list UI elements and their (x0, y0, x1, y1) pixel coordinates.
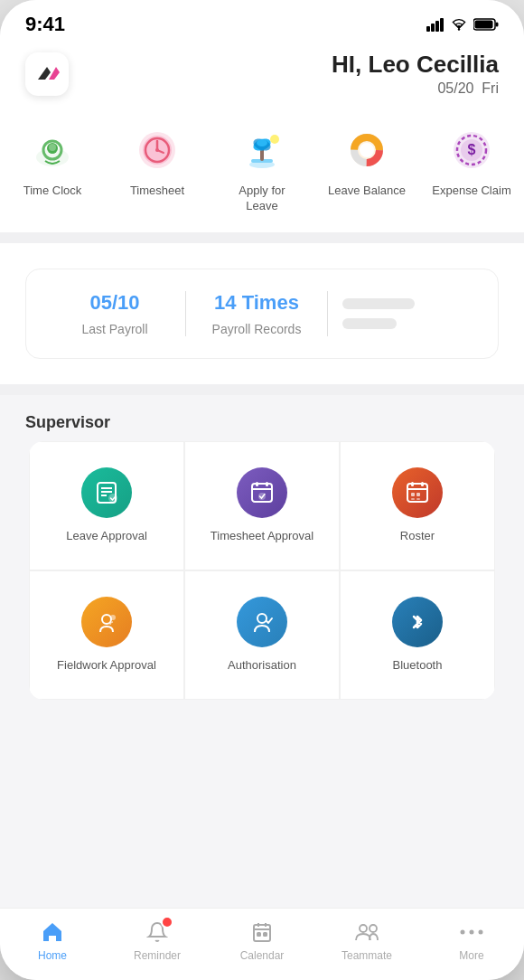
svg-rect-3 (440, 18, 444, 32)
nav-home-label: Home (38, 949, 67, 962)
last-payroll-value: 05/10 (53, 291, 176, 315)
home-icon (40, 919, 65, 945)
wifi-icon (450, 17, 468, 32)
app-logo (25, 52, 69, 96)
calendar-icon (249, 919, 275, 945)
placeholder-bar-2 (342, 318, 397, 329)
action-leave-balance[interactable]: Leave Balance (326, 124, 407, 214)
nav-calendar[interactable]: Calendar (210, 919, 314, 962)
greeting-text: HI, Leo Cecillia (332, 51, 499, 79)
leave-approval-label: Leave Approval (66, 529, 147, 544)
payroll-chart-placeholder (328, 298, 480, 329)
timesheet-label: Timesheet (130, 184, 184, 199)
bottom-nav: Home Reminder (0, 908, 524, 980)
app-header: HI, Leo Cecillia 05/20 Fri (0, 36, 524, 115)
svg-rect-56 (254, 925, 270, 941)
bluetooth-label: Bluetooth (393, 658, 443, 674)
time-clock-label: Time Clock (23, 184, 82, 199)
svg-point-25 (270, 135, 279, 144)
placeholder-bar-1 (342, 298, 415, 309)
reminder-icon (145, 919, 170, 945)
leave-approval-icon (81, 467, 132, 518)
fieldwork-approval-icon (81, 597, 132, 647)
payroll-card[interactable]: 05/10 Last Payroll 14 Times Payroll Reco… (25, 269, 499, 359)
grid-item-fieldwork-approval[interactable]: Fieldwork Approval (29, 570, 184, 700)
svg-rect-47 (411, 482, 414, 486)
svg-rect-42 (256, 482, 258, 486)
nav-reminder[interactable]: Reminder (105, 919, 210, 962)
svg-rect-61 (264, 933, 267, 936)
action-time-clock[interactable]: Time Clock (12, 124, 93, 214)
svg-rect-52 (416, 498, 420, 500)
nav-home[interactable]: Home (0, 919, 105, 962)
more-icon (459, 919, 484, 945)
nav-more-label: More (459, 949, 483, 962)
svg-point-62 (360, 925, 367, 932)
svg-rect-1 (431, 24, 435, 32)
payroll-records-label: Payroll Records (195, 322, 318, 336)
battery-icon (473, 18, 499, 31)
timesheet-approval-label: Timesheet Approval (211, 529, 313, 544)
grid-item-timesheet-approval[interactable]: Timesheet Approval (184, 441, 340, 570)
svg-text:$: $ (468, 142, 476, 157)
payroll-records-col: 14 Times Payroll Records (186, 291, 327, 336)
nav-more[interactable]: More (419, 919, 524, 962)
nav-calendar-label: Calendar (240, 949, 285, 962)
payroll-records-value: 14 Times (195, 291, 318, 315)
nav-teammate[interactable]: Teammate (314, 919, 419, 962)
action-apply-leave[interactable]: Apply for Leave (221, 124, 303, 214)
last-payroll-label: Last Payroll (53, 322, 176, 336)
action-expense-claim[interactable]: $ Expense Claim (431, 124, 512, 214)
grid-item-bluetooth[interactable]: Bluetooth (340, 570, 495, 700)
status-bar: 9:41 (0, 0, 524, 36)
svg-rect-60 (257, 933, 260, 936)
svg-point-39 (108, 494, 117, 503)
grid-item-roster[interactable]: Roster (340, 441, 495, 570)
last-payroll-col: 05/10 Last Payroll (44, 291, 185, 336)
main-scroll[interactable]: Time Clock Timesheet (0, 115, 524, 980)
svg-point-63 (370, 925, 377, 932)
payroll-section: 05/10 Last Payroll 14 Times Payroll Reco… (0, 243, 524, 384)
nav-reminder-label: Reminder (134, 949, 181, 962)
supervisor-grid: Leave Approval (29, 441, 495, 700)
svg-point-55 (257, 614, 267, 623)
svg-rect-49 (411, 493, 415, 496)
status-icons (426, 17, 499, 32)
teammate-icon (354, 919, 379, 945)
supervisor-grid-row-1: Leave Approval (29, 441, 495, 570)
svg-point-18 (155, 148, 159, 152)
date-line: 05/20 Fri (332, 80, 499, 97)
apply-leave-icon (236, 124, 288, 176)
svg-rect-43 (266, 482, 268, 486)
time-clock-icon (26, 124, 79, 176)
user-greeting-block: HI, Leo Cecillia 05/20 Fri (332, 51, 499, 97)
expense-claim-icon: $ (445, 124, 498, 176)
svg-rect-0 (426, 26, 430, 32)
svg-point-65 (470, 930, 474, 935)
expense-claim-label: Expense Claim (432, 184, 510, 199)
supervisor-grid-row-2: Fieldwork Approval Authorisation (29, 570, 495, 700)
grid-item-leave-approval[interactable]: Leave Approval (29, 441, 184, 570)
leave-balance-label: Leave Balance (328, 184, 406, 199)
nav-teammate-label: Teammate (342, 949, 392, 962)
authorisation-label: Authorisation (228, 658, 296, 674)
svg-rect-51 (411, 498, 415, 500)
svg-point-24 (257, 139, 267, 146)
svg-point-54 (110, 615, 116, 620)
svg-point-53 (102, 615, 111, 624)
fieldwork-approval-label: Fieldwork Approval (57, 658, 156, 674)
signal-icon (426, 17, 444, 32)
leave-balance-icon (341, 124, 393, 176)
svg-rect-6 (475, 21, 493, 29)
svg-rect-48 (421, 482, 424, 486)
authorisation-icon (237, 597, 287, 647)
svg-point-64 (461, 930, 465, 935)
apply-leave-label: Apply for Leave (221, 184, 303, 214)
status-time: 9:41 (25, 13, 65, 36)
svg-rect-7 (496, 23, 499, 27)
roster-icon (392, 467, 443, 518)
action-timesheet[interactable]: Timesheet (117, 124, 198, 214)
svg-rect-2 (435, 21, 439, 32)
timesheet-icon (131, 124, 183, 176)
grid-item-authorisation[interactable]: Authorisation (184, 570, 340, 700)
